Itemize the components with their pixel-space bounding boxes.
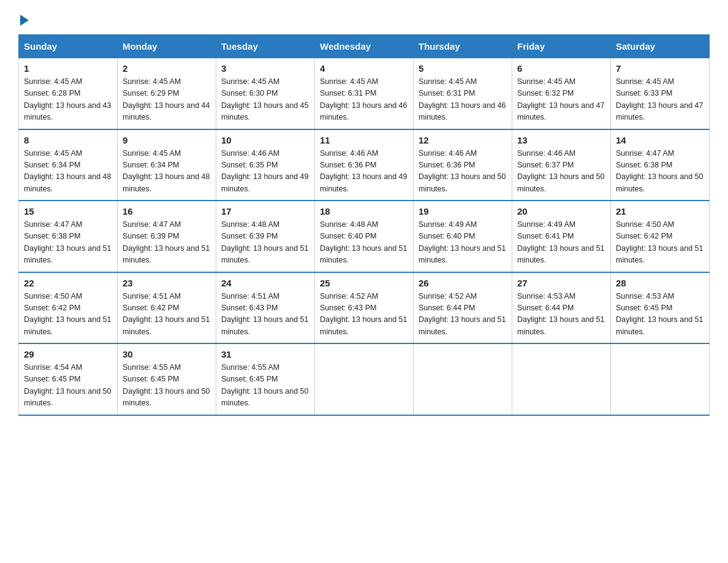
day-info: Sunrise: 4:48 AMSunset: 6:39 PMDaylight:… bbox=[221, 220, 308, 264]
week-row-2: 8 Sunrise: 4:45 AMSunset: 6:34 PMDayligh… bbox=[19, 129, 710, 201]
day-number: 20 bbox=[517, 206, 605, 216]
day-number: 22 bbox=[24, 278, 112, 288]
day-info: Sunrise: 4:54 AMSunset: 6:45 PMDaylight:… bbox=[24, 363, 111, 407]
calendar-cell: 26 Sunrise: 4:52 AMSunset: 6:44 PMDaylig… bbox=[414, 272, 512, 344]
day-info: Sunrise: 4:46 AMSunset: 6:36 PMDaylight:… bbox=[320, 149, 407, 193]
day-number: 12 bbox=[419, 135, 507, 145]
week-row-5: 29 Sunrise: 4:54 AMSunset: 6:45 PMDaylig… bbox=[19, 343, 710, 415]
day-number: 13 bbox=[517, 135, 605, 145]
calendar-cell: 24 Sunrise: 4:51 AMSunset: 6:43 PMDaylig… bbox=[216, 272, 315, 344]
calendar-cell: 12 Sunrise: 4:46 AMSunset: 6:36 PMDaylig… bbox=[414, 129, 512, 201]
calendar-cell: 17 Sunrise: 4:48 AMSunset: 6:39 PMDaylig… bbox=[216, 201, 315, 272]
calendar-cell: 21 Sunrise: 4:50 AMSunset: 6:42 PMDaylig… bbox=[611, 201, 710, 272]
day-info: Sunrise: 4:49 AMSunset: 6:41 PMDaylight:… bbox=[517, 220, 604, 264]
day-info: Sunrise: 4:46 AMSunset: 6:36 PMDaylight:… bbox=[419, 149, 506, 193]
day-info: Sunrise: 4:47 AMSunset: 6:39 PMDaylight:… bbox=[123, 220, 210, 264]
header-day-monday: Monday bbox=[118, 35, 216, 58]
calendar-table: SundayMondayTuesdayWednesdayThursdayFrid… bbox=[18, 34, 710, 416]
calendar-cell: 13 Sunrise: 4:46 AMSunset: 6:37 PMDaylig… bbox=[512, 129, 611, 201]
day-info: Sunrise: 4:45 AMSunset: 6:29 PMDaylight:… bbox=[123, 77, 210, 121]
calendar-cell: 28 Sunrise: 4:53 AMSunset: 6:45 PMDaylig… bbox=[611, 272, 710, 344]
day-info: Sunrise: 4:45 AMSunset: 6:31 PMDaylight:… bbox=[419, 77, 506, 121]
calendar-cell bbox=[512, 343, 611, 415]
calendar-cell: 15 Sunrise: 4:47 AMSunset: 6:38 PMDaylig… bbox=[19, 201, 118, 272]
day-info: Sunrise: 4:47 AMSunset: 6:38 PMDaylight:… bbox=[616, 149, 703, 193]
day-number: 24 bbox=[221, 278, 309, 288]
calendar-cell: 25 Sunrise: 4:52 AMSunset: 6:43 PMDaylig… bbox=[315, 272, 414, 344]
day-info: Sunrise: 4:45 AMSunset: 6:28 PMDaylight:… bbox=[24, 77, 111, 121]
day-info: Sunrise: 4:55 AMSunset: 6:45 PMDaylight:… bbox=[221, 363, 308, 407]
day-info: Sunrise: 4:48 AMSunset: 6:40 PMDaylight:… bbox=[320, 220, 407, 264]
calendar-cell: 5 Sunrise: 4:45 AMSunset: 6:31 PMDayligh… bbox=[414, 58, 512, 129]
day-number: 8 bbox=[24, 135, 112, 145]
day-info: Sunrise: 4:45 AMSunset: 6:33 PMDaylight:… bbox=[616, 77, 703, 121]
day-number: 3 bbox=[221, 63, 309, 74]
day-number: 29 bbox=[24, 349, 112, 359]
header-day-sunday: Sunday bbox=[19, 35, 118, 58]
calendar-cell: 3 Sunrise: 4:45 AMSunset: 6:30 PMDayligh… bbox=[216, 58, 315, 129]
calendar-header: SundayMondayTuesdayWednesdayThursdayFrid… bbox=[19, 35, 710, 58]
logo bbox=[18, 12, 29, 23]
day-info: Sunrise: 4:49 AMSunset: 6:40 PMDaylight:… bbox=[419, 220, 506, 264]
day-number: 16 bbox=[123, 206, 211, 216]
calendar-cell: 14 Sunrise: 4:47 AMSunset: 6:38 PMDaylig… bbox=[611, 129, 710, 201]
day-number: 17 bbox=[221, 206, 309, 216]
day-info: Sunrise: 4:52 AMSunset: 6:43 PMDaylight:… bbox=[320, 292, 407, 336]
calendar-cell: 2 Sunrise: 4:45 AMSunset: 6:29 PMDayligh… bbox=[118, 58, 216, 129]
day-number: 26 bbox=[419, 278, 507, 288]
week-row-4: 22 Sunrise: 4:50 AMSunset: 6:42 PMDaylig… bbox=[19, 272, 710, 344]
day-info: Sunrise: 4:53 AMSunset: 6:44 PMDaylight:… bbox=[517, 292, 604, 336]
day-number: 21 bbox=[616, 206, 704, 216]
calendar-cell: 27 Sunrise: 4:53 AMSunset: 6:44 PMDaylig… bbox=[512, 272, 611, 344]
calendar-cell bbox=[611, 343, 710, 415]
calendar-cell: 20 Sunrise: 4:49 AMSunset: 6:41 PMDaylig… bbox=[512, 201, 611, 272]
day-info: Sunrise: 4:45 AMSunset: 6:31 PMDaylight:… bbox=[320, 77, 407, 121]
day-number: 19 bbox=[419, 206, 507, 216]
calendar-cell: 1 Sunrise: 4:45 AMSunset: 6:28 PMDayligh… bbox=[19, 58, 118, 129]
calendar-body: 1 Sunrise: 4:45 AMSunset: 6:28 PMDayligh… bbox=[19, 58, 710, 415]
day-info: Sunrise: 4:46 AMSunset: 6:35 PMDaylight:… bbox=[221, 149, 308, 193]
day-info: Sunrise: 4:50 AMSunset: 6:42 PMDaylight:… bbox=[616, 220, 703, 264]
day-info: Sunrise: 4:50 AMSunset: 6:42 PMDaylight:… bbox=[24, 292, 111, 336]
day-number: 30 bbox=[123, 349, 211, 359]
day-number: 11 bbox=[320, 135, 408, 145]
header-day-friday: Friday bbox=[512, 35, 611, 58]
week-row-1: 1 Sunrise: 4:45 AMSunset: 6:28 PMDayligh… bbox=[19, 58, 710, 129]
day-number: 1 bbox=[24, 63, 112, 74]
day-info: Sunrise: 4:47 AMSunset: 6:38 PMDaylight:… bbox=[24, 220, 111, 264]
calendar-cell: 7 Sunrise: 4:45 AMSunset: 6:33 PMDayligh… bbox=[611, 58, 710, 129]
day-info: Sunrise: 4:55 AMSunset: 6:45 PMDaylight:… bbox=[123, 363, 210, 407]
day-number: 6 bbox=[517, 63, 605, 74]
day-info: Sunrise: 4:52 AMSunset: 6:44 PMDaylight:… bbox=[419, 292, 506, 336]
calendar-cell: 23 Sunrise: 4:51 AMSunset: 6:42 PMDaylig… bbox=[118, 272, 216, 344]
day-number: 10 bbox=[221, 135, 309, 145]
calendar-cell: 8 Sunrise: 4:45 AMSunset: 6:34 PMDayligh… bbox=[19, 129, 118, 201]
day-number: 14 bbox=[616, 135, 704, 145]
calendar-cell: 10 Sunrise: 4:46 AMSunset: 6:35 PMDaylig… bbox=[216, 129, 315, 201]
week-row-3: 15 Sunrise: 4:47 AMSunset: 6:38 PMDaylig… bbox=[19, 201, 710, 272]
day-info: Sunrise: 4:53 AMSunset: 6:45 PMDaylight:… bbox=[616, 292, 703, 336]
header-row: SundayMondayTuesdayWednesdayThursdayFrid… bbox=[19, 35, 710, 58]
header-day-thursday: Thursday bbox=[414, 35, 512, 58]
day-number: 7 bbox=[616, 63, 704, 74]
calendar-cell: 22 Sunrise: 4:50 AMSunset: 6:42 PMDaylig… bbox=[19, 272, 118, 344]
calendar-cell: 6 Sunrise: 4:45 AMSunset: 6:32 PMDayligh… bbox=[512, 58, 611, 129]
day-number: 27 bbox=[517, 278, 605, 288]
day-info: Sunrise: 4:51 AMSunset: 6:43 PMDaylight:… bbox=[221, 292, 308, 336]
day-info: Sunrise: 4:46 AMSunset: 6:37 PMDaylight:… bbox=[517, 149, 604, 193]
calendar-cell: 29 Sunrise: 4:54 AMSunset: 6:45 PMDaylig… bbox=[19, 343, 118, 415]
calendar-cell bbox=[414, 343, 512, 415]
logo-arrow-icon bbox=[20, 15, 29, 26]
calendar-cell: 30 Sunrise: 4:55 AMSunset: 6:45 PMDaylig… bbox=[118, 343, 216, 415]
day-number: 4 bbox=[320, 63, 408, 74]
calendar-cell: 9 Sunrise: 4:45 AMSunset: 6:34 PMDayligh… bbox=[118, 129, 216, 201]
calendar-cell: 4 Sunrise: 4:45 AMSunset: 6:31 PMDayligh… bbox=[315, 58, 414, 129]
header-day-wednesday: Wednesday bbox=[315, 35, 414, 58]
calendar-cell: 31 Sunrise: 4:55 AMSunset: 6:45 PMDaylig… bbox=[216, 343, 315, 415]
day-number: 28 bbox=[616, 278, 704, 288]
day-number: 2 bbox=[123, 63, 211, 74]
day-number: 15 bbox=[24, 206, 112, 216]
calendar-cell: 19 Sunrise: 4:49 AMSunset: 6:40 PMDaylig… bbox=[414, 201, 512, 272]
day-number: 5 bbox=[419, 63, 507, 74]
day-number: 23 bbox=[123, 278, 211, 288]
